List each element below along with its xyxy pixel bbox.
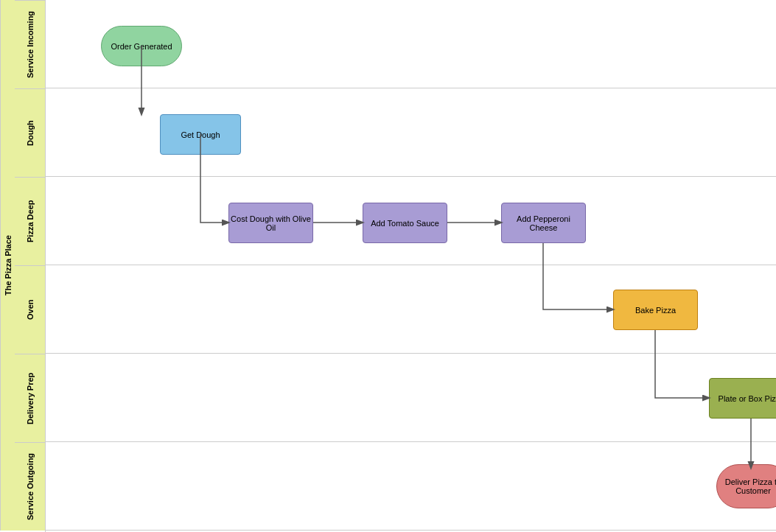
lane-service-outgoing xyxy=(46,442,776,531)
lane-label-service-incoming: Service Incoming xyxy=(15,0,45,88)
lanes-content: Order Generated Get Dough Cost Dough wit… xyxy=(46,0,776,532)
node-add-pepperoni[interactable]: Add Pepperoni Cheese xyxy=(501,203,586,243)
node-bake-pizza-label: Bake Pizza xyxy=(635,306,676,315)
node-order-generated[interactable]: Order Generated xyxy=(101,26,182,66)
node-get-dough[interactable]: Get Dough xyxy=(160,114,241,155)
lane-label-pizza-deep: Pizza Deep xyxy=(15,177,45,265)
node-order-generated-label: Order Generated xyxy=(111,42,172,51)
node-deliver[interactable]: Deliver Pizza to Customer xyxy=(716,464,776,508)
node-deliver-label: Deliver Pizza to Customer xyxy=(717,477,776,495)
lane-labels: Service Incoming Dough Pizza Deep Oven D… xyxy=(15,0,46,532)
node-add-tomato[interactable]: Add Tomato Sauce xyxy=(363,203,447,243)
node-get-dough-label: Get Dough xyxy=(181,130,220,139)
lane-label-oven: Oven xyxy=(15,265,45,354)
pool-title-text: The Pizza Place xyxy=(4,235,13,295)
lane-label-service-outgoing: Service Outgoing xyxy=(15,442,45,531)
lane-dough xyxy=(46,88,776,177)
diagram-container: The Pizza Place Service Incoming Dough P… xyxy=(0,0,776,532)
node-bake-pizza[interactable]: Bake Pizza xyxy=(613,290,698,330)
node-cost-dough[interactable]: Cost Dough with Olive Oil xyxy=(228,203,313,243)
node-add-pepperoni-label: Add Pepperoni Cheese xyxy=(502,214,585,232)
node-plate-box[interactable]: Plate or Box Pizza xyxy=(709,378,776,419)
lane-delivery-prep xyxy=(46,354,776,442)
node-plate-box-label: Plate or Box Pizza xyxy=(719,394,776,403)
node-cost-dough-label: Cost Dough with Olive Oil xyxy=(229,214,312,232)
lane-label-delivery-prep: Delivery Prep xyxy=(15,354,45,442)
pool-title: The Pizza Place xyxy=(0,0,15,531)
node-add-tomato-label: Add Tomato Sauce xyxy=(371,219,439,228)
lane-label-dough: Dough xyxy=(15,88,45,177)
